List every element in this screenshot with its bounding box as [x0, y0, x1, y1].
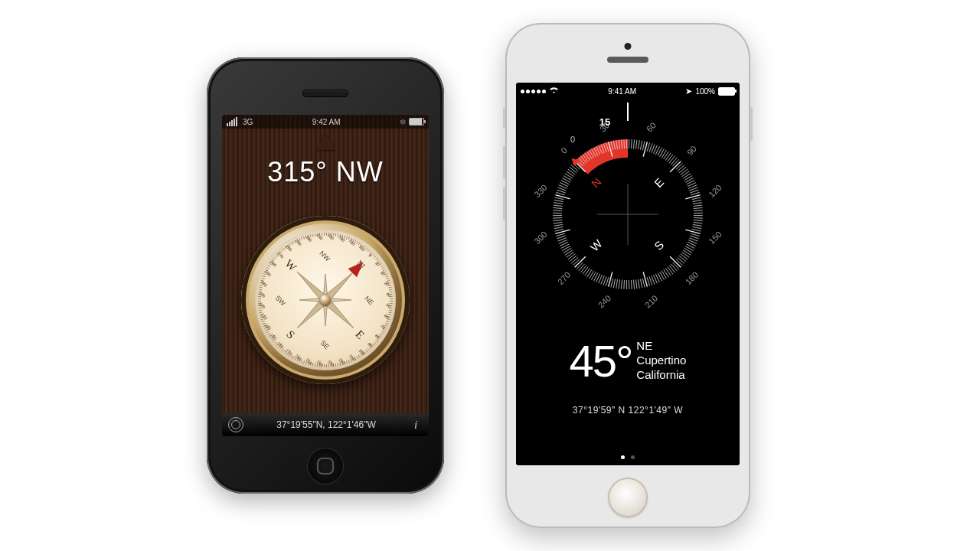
coordinates-label: 37°19'55"N, 122°1'46"W — [276, 419, 375, 430]
svg-line-393 — [553, 204, 562, 213]
svg-line-365 — [580, 266, 586, 272]
svg-line-144 — [259, 308, 262, 311]
svg-line-64 — [388, 311, 391, 314]
svg-line-88 — [358, 355, 361, 357]
svg-text:0: 0 — [559, 145, 569, 155]
info-button[interactable]: i — [409, 419, 423, 432]
volume-down-button[interactable] — [503, 187, 505, 220]
region-label: California — [636, 368, 684, 381]
svg-text:270: 270 — [556, 270, 572, 286]
battery-icon — [718, 87, 735, 96]
svg-line-178 — [290, 243, 292, 245]
page-indicator[interactable] — [516, 455, 740, 459]
location-button[interactable] — [228, 417, 243, 432]
heading-readout: 315° NW — [222, 156, 429, 188]
svg-text:NW: NW — [318, 249, 332, 263]
svg-line-290 — [689, 184, 697, 193]
compass-dial[interactable]: NESW0306090120150180210240270300330150 — [528, 115, 727, 314]
svg-line-344 — [627, 280, 636, 289]
svg-line-198 — [334, 233, 337, 236]
svg-line-78 — [375, 341, 377, 343]
svg-line-401 — [558, 184, 567, 193]
svg-text:180: 180 — [684, 270, 700, 286]
compass-rose[interactable]: 0102030405060708090100110120130140150160… — [241, 216, 410, 384]
bottom-toolbar: 37°19'55"N, 122°1'46"W i — [222, 413, 429, 436]
svg-line-356 — [598, 276, 606, 284]
svg-line-114 — [300, 360, 303, 363]
svg-line-37 — [372, 254, 374, 256]
svg-line-169 — [275, 256, 277, 258]
svg-line-355 — [600, 276, 609, 285]
svg-line-265 — [646, 143, 655, 152]
svg-line-346 — [622, 280, 631, 289]
svg-line-369 — [573, 259, 580, 266]
svg-line-73 — [381, 331, 384, 333]
svg-line-159 — [263, 275, 266, 278]
svg-line-257 — [627, 139, 636, 148]
svg-line-299 — [694, 206, 703, 215]
svg-text:0: 0 — [570, 135, 575, 144]
svg-line-134 — [266, 331, 269, 333]
svg-line-364 — [582, 267, 590, 275]
svg-line-300 — [694, 208, 703, 217]
carrier-label: 3G — [243, 118, 253, 126]
svg-line-74 — [381, 333, 383, 335]
svg-text:60: 60 — [645, 120, 658, 133]
svg-line-174 — [283, 248, 285, 250]
coordinates-label: 37°19'59" N 122°1'49" W — [516, 405, 740, 416]
svg-line-301 — [694, 211, 703, 220]
svg-line-366 — [578, 264, 585, 271]
svg-text:SE: SE — [319, 339, 332, 351]
svg-text:330: 330 — [532, 183, 548, 199]
svg-line-280 — [678, 165, 684, 171]
bluetooth-icon: ✲ — [400, 118, 406, 126]
svg-line-336 — [646, 276, 655, 285]
signal-bars-icon — [227, 117, 237, 126]
compass-hub — [320, 295, 331, 305]
svg-line-380 — [558, 235, 567, 243]
svg-line-281 — [679, 166, 686, 173]
page-dot — [621, 455, 625, 459]
home-button[interactable] — [307, 448, 344, 484]
svg-line-345 — [625, 280, 634, 289]
comparison-image: 3G 9:42 AM ✲ 315° NW 0102030405060708090… — [0, 0, 980, 551]
svg-line-372 — [568, 253, 576, 261]
svg-text:90: 90 — [685, 144, 698, 157]
svg-line-348 — [617, 280, 626, 289]
svg-line-325 — [671, 264, 678, 271]
svg-line-335 — [648, 276, 657, 284]
svg-line-93 — [348, 360, 351, 363]
screen-ios6: 3G 9:42 AM ✲ 315° NW 0102030405060708090… — [222, 115, 429, 436]
city-label: Cupertino — [636, 354, 686, 367]
volume-up-button[interactable] — [503, 145, 505, 179]
heading-direction: NE — [636, 339, 652, 352]
svg-line-109 — [312, 363, 315, 366]
svg-line-291 — [690, 187, 698, 195]
svg-line-409 — [568, 168, 576, 176]
svg-text:210: 210 — [643, 293, 659, 309]
home-button[interactable] — [608, 478, 648, 517]
screen-ios7: 9:41 AM ➤ 100% NESW030609012015018021024… — [516, 83, 740, 465]
svg-line-321 — [678, 257, 684, 264]
svg-line-164 — [268, 265, 270, 267]
svg-line-381 — [557, 233, 565, 241]
power-button[interactable] — [750, 107, 753, 141]
svg-line-320 — [679, 255, 686, 262]
svg-text:120: 120 — [707, 183, 723, 199]
status-bar: 9:41 AM ➤ 100% — [516, 83, 740, 98]
svg-line-48 — [385, 275, 388, 278]
svg-line-79 — [374, 342, 376, 344]
svg-line-392 — [553, 206, 562, 215]
svg-line-113 — [302, 360, 305, 364]
mute-switch[interactable] — [503, 107, 505, 129]
svg-line-277 — [672, 159, 679, 166]
svg-line-59 — [390, 300, 393, 303]
svg-line-108 — [314, 364, 317, 367]
svg-text:E: E — [353, 328, 367, 341]
svg-text:NE: NE — [363, 295, 375, 307]
svg-line-54 — [389, 289, 392, 292]
svg-text:15: 15 — [599, 116, 610, 128]
svg-line-258 — [629, 139, 639, 148]
svg-text:S: S — [284, 328, 297, 341]
svg-line-83 — [368, 348, 370, 350]
